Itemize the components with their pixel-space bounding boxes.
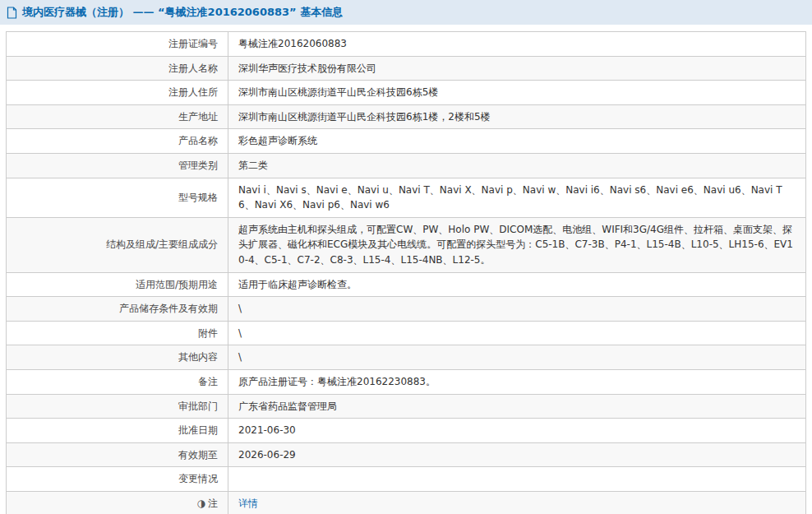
table-row: 附件 \ bbox=[7, 321, 806, 345]
row-value: 原产品注册证号：粤械注准20162230883。 bbox=[228, 369, 806, 394]
note-value-cell: 详情 bbox=[228, 491, 806, 514]
row-label: 生产地址 bbox=[7, 104, 228, 129]
row-value: 2026-06-29 bbox=[228, 442, 806, 467]
row-label: 注册人住所 bbox=[7, 81, 228, 105]
row-value: 广东省药品监督管理局 bbox=[228, 394, 806, 419]
row-value: 粤械注准20162060883 bbox=[228, 32, 806, 57]
row-label: 备注 bbox=[7, 369, 228, 394]
row-label: 产品名称 bbox=[7, 129, 228, 154]
table-row: 其他内容 \ bbox=[7, 345, 806, 370]
row-label: 管理类别 bbox=[7, 153, 228, 178]
table-row: 注册人名称 深圳华声医疗技术股份有限公司 bbox=[7, 56, 806, 81]
row-label: 批准日期 bbox=[7, 419, 228, 443]
row-value: 2021-06-30 bbox=[228, 419, 806, 443]
row-label: 附件 bbox=[7, 321, 228, 345]
row-value: 适用于临床超声诊断检查。 bbox=[228, 272, 806, 297]
row-value: 深圳华声医疗技术股份有限公司 bbox=[228, 56, 806, 81]
table-row: 注册证编号 粤械注准20162060883 bbox=[7, 32, 806, 57]
note-icon: ◑ bbox=[197, 496, 205, 512]
page-title: 境内医疗器械（注册） —— “粤械注准20162060883” 基本信息 bbox=[22, 5, 343, 20]
row-label: 审批部门 bbox=[7, 394, 228, 419]
row-label: 结构及组成/主要组成成分 bbox=[7, 217, 228, 272]
row-value: 深圳市南山区桃源街道平山民企科技园6栋5楼 bbox=[228, 81, 806, 105]
table-row: 备注 原产品注册证号：粤械注准20162230883。 bbox=[7, 369, 806, 394]
table-row: 型号规格 Navi i、Navi s、Navi e、Navi u、Navi T、… bbox=[7, 178, 806, 217]
row-label: 型号规格 bbox=[7, 178, 228, 217]
row-value: Navi i、Navi s、Navi e、Navi u、Navi T、Navi … bbox=[228, 178, 806, 217]
row-value bbox=[228, 467, 806, 492]
page: 境内医疗器械（注册） —— “粤械注准20162060883” 基本信息 注册证… bbox=[0, 0, 812, 514]
table-row: 适用范围/预期用途 适用于临床超声诊断检查。 bbox=[7, 272, 806, 297]
note-row: ◑注 详情 bbox=[7, 491, 806, 514]
table-row: 审批部门 广东省药品监督管理局 bbox=[7, 394, 806, 419]
registration-info-table: 注册证编号 粤械注准20162060883 注册人名称 深圳华声医疗技术股份有限… bbox=[6, 31, 806, 514]
row-value: 超声系统由主机和探头组成，可配置CW、PW、Holo PW、DICOM选配、电池… bbox=[228, 217, 806, 272]
detail-link[interactable]: 详情 bbox=[238, 498, 258, 509]
row-value: 彩色超声诊断系统 bbox=[228, 129, 806, 154]
row-label: 其他内容 bbox=[7, 345, 228, 370]
row-value: 第二类 bbox=[228, 153, 806, 178]
row-label: 适用范围/预期用途 bbox=[7, 272, 228, 297]
table-row: 批准日期 2021-06-30 bbox=[7, 419, 806, 443]
table-row: 产品名称 彩色超声诊断系统 bbox=[7, 129, 806, 154]
row-label: 有效期至 bbox=[7, 442, 228, 467]
document-icon bbox=[7, 7, 17, 19]
row-label: 注册证编号 bbox=[7, 32, 228, 57]
row-label: 注册人名称 bbox=[7, 56, 228, 81]
table-row: 管理类别 第二类 bbox=[7, 153, 806, 178]
row-value: 深圳市南山区桃源街道平山民企科技园6栋1楼，2楼和5楼 bbox=[228, 104, 806, 129]
table-row: 产品储存条件及有效期 \ bbox=[7, 297, 806, 322]
page-header: 境内医疗器械（注册） —— “粤械注准20162060883” 基本信息 bbox=[0, 0, 812, 25]
row-value: \ bbox=[228, 345, 806, 370]
table-row: 注册人住所 深圳市南山区桃源街道平山民企科技园6栋5楼 bbox=[7, 81, 806, 105]
table-row: 变更情况 bbox=[7, 467, 806, 492]
row-value: \ bbox=[228, 297, 806, 322]
table-row: 生产地址 深圳市南山区桃源街道平山民企科技园6栋1楼，2楼和5楼 bbox=[7, 104, 806, 129]
row-label: 变更情况 bbox=[7, 467, 228, 492]
row-value: \ bbox=[228, 321, 806, 345]
row-label: 产品储存条件及有效期 bbox=[7, 297, 228, 322]
table-row: 有效期至 2026-06-29 bbox=[7, 442, 806, 467]
table-row: 结构及组成/主要组成成分 超声系统由主机和探头组成，可配置CW、PW、Holo … bbox=[7, 217, 806, 272]
note-label-cell: ◑注 bbox=[7, 491, 228, 514]
note-label: 注 bbox=[208, 498, 218, 509]
